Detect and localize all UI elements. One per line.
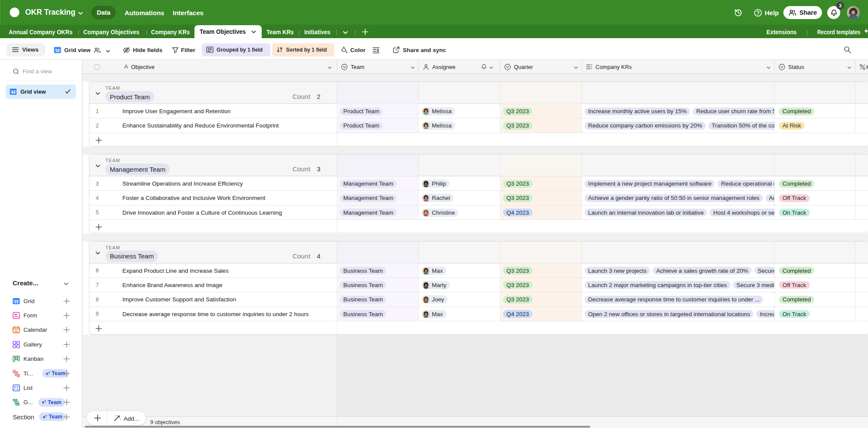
svg-text:31: 31 (15, 330, 18, 333)
